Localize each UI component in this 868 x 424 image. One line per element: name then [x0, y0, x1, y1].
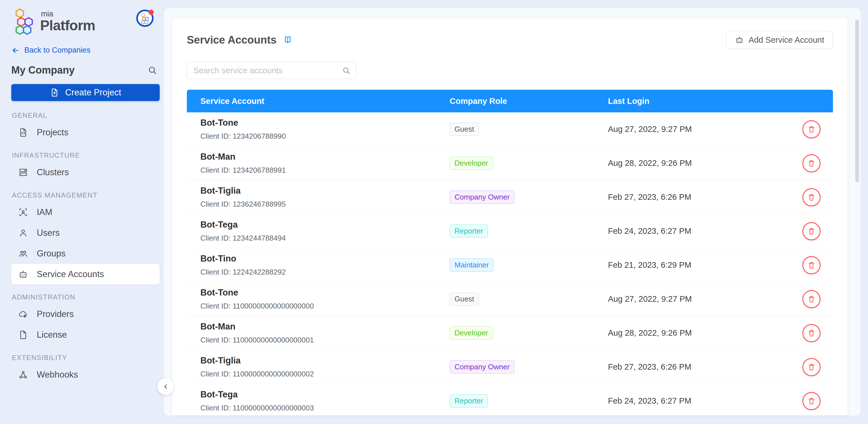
service-account-name: Bot-Man	[200, 152, 450, 162]
trash-icon	[807, 125, 816, 134]
create-project-button[interactable]: Create Project	[11, 84, 160, 101]
webhook-icon	[18, 370, 28, 380]
role-badge: Developer	[450, 157, 493, 170]
service-account-name: Bot-Tone	[200, 118, 450, 128]
service-account-client-id: Client ID: 1234206788991	[200, 166, 450, 175]
sidebar-item-label: Webhooks	[37, 370, 78, 380]
arrow-left-icon	[11, 46, 20, 55]
sidebar-item-label: Projects	[37, 128, 68, 138]
last-login-cell: Feb 24, 2023, 6:27 PM	[608, 226, 766, 236]
service-account-cell: Bot-Tega Client ID: 1234244788494	[187, 220, 450, 243]
company-role-cell: Developer	[450, 327, 608, 340]
trash-icon	[807, 193, 816, 202]
sidebar-item-license[interactable]: License	[11, 324, 160, 345]
service-account-name: Bot-Tiglia	[200, 186, 450, 196]
avatar-logo-icon	[136, 8, 155, 27]
sidebar-section-label: ACCESS MANAGEMENT	[11, 191, 160, 200]
sidebar-item-webhooks[interactable]: Webhooks	[11, 364, 160, 385]
sidebar-item-users[interactable]: Users	[11, 223, 160, 243]
user-icon	[18, 228, 28, 238]
role-badge: Reporter	[450, 224, 488, 238]
sidebar-item-iam[interactable]: IAM	[11, 202, 160, 223]
sidebar-item-groups[interactable]: Groups	[11, 243, 160, 264]
mia-platform-logo-icon	[11, 7, 36, 36]
sidebar-section: EXTENSIBILITY Webhooks	[11, 354, 160, 385]
last-login-cell: Feb 21, 2023, 6:29 PM	[608, 260, 766, 270]
actions-cell	[766, 120, 833, 138]
service-account-cell: Bot-Tega Client ID: 11000000000000000003	[187, 390, 450, 413]
brand-wordmark: mia Platform	[40, 10, 95, 32]
delete-service-account-button[interactable]	[802, 290, 820, 308]
back-to-companies-link[interactable]: Back to Companies	[11, 46, 160, 55]
delete-service-account-button[interactable]	[802, 120, 820, 138]
add-service-account-button[interactable]: Add Service Account	[726, 31, 833, 49]
last-login-cell: Feb 27, 2023, 6:26 PM	[608, 193, 766, 202]
service-account-cell: Bot-Tiglia Client ID: 110000000000000000…	[187, 356, 450, 378]
trash-icon	[807, 329, 816, 338]
main-panel: Service Accounts Add Service Account Ser…	[164, 8, 861, 416]
delete-service-account-button[interactable]	[802, 324, 820, 342]
file-code-icon	[18, 128, 28, 138]
table-row: Bot-Tiglia Client ID: 110000000000000000…	[187, 350, 833, 384]
logo-row: mia Platform	[11, 7, 160, 38]
company-role-cell: Guest	[450, 122, 608, 136]
sidebar-item-label: Service Accounts	[37, 269, 104, 279]
delete-service-account-button[interactable]	[802, 392, 820, 410]
actions-cell	[766, 154, 833, 172]
table-body: Bot-Tone Client ID: 1234206788990 Guest …	[187, 112, 833, 416]
sidebar-item-label: License	[37, 330, 67, 340]
delete-service-account-button[interactable]	[802, 358, 820, 376]
role-badge: Company Owner	[450, 191, 515, 204]
users-icon	[18, 249, 28, 259]
trash-icon	[807, 227, 816, 236]
last-login-cell: Aug 27, 2022, 9:27 PM	[608, 124, 766, 134]
robot-icon	[735, 35, 744, 45]
sidebar-item-label: Groups	[37, 249, 66, 259]
open-book-icon[interactable]	[283, 35, 292, 45]
sidebar-section: GENERAL Projects	[11, 111, 160, 143]
search-icon[interactable]	[147, 65, 157, 75]
robot-icon	[18, 269, 28, 279]
service-account-client-id: Client ID: 1234206788990	[200, 132, 450, 141]
delete-service-account-button[interactable]	[802, 256, 820, 274]
company-role-cell: Developer	[450, 157, 608, 170]
sidebar-item-providers[interactable]: Providers	[11, 304, 160, 324]
vertical-scrollbar-thumb[interactable]	[855, 20, 859, 182]
sidebar-section-label: INFRASTRUCTURE	[11, 151, 160, 160]
trash-icon	[807, 295, 816, 304]
role-badge: Guest	[450, 122, 479, 136]
column-header-company-role: Company Role	[450, 96, 608, 106]
avatar[interactable]	[136, 8, 155, 27]
last-login-cell: Aug 28, 2022, 9:26 PM	[608, 159, 766, 168]
service-account-client-id: Client ID: 1234244788494	[200, 234, 450, 243]
notification-dot	[148, 10, 153, 15]
search-service-accounts-input[interactable]	[187, 62, 356, 79]
delete-service-account-button[interactable]	[802, 188, 820, 206]
column-header-service-account: Service Account	[187, 96, 450, 106]
server-icon	[18, 167, 28, 177]
actions-cell	[766, 188, 833, 206]
sidebar-section-label: EXTENSIBILITY	[11, 354, 160, 362]
trash-icon	[807, 397, 816, 405]
service-account-name: Bot-Tiglia	[200, 356, 450, 366]
sidebar-item-label: Providers	[37, 309, 74, 319]
column-header-last-login: Last Login	[608, 96, 766, 106]
search-icon[interactable]	[342, 66, 351, 75]
delete-service-account-button[interactable]	[802, 222, 820, 240]
role-badge: Maintainer	[450, 258, 494, 272]
service-account-client-id: Client ID: 1224242288292	[200, 268, 450, 277]
last-login-cell: Aug 28, 2022, 9:26 PM	[608, 328, 766, 338]
sidebar-item-service-accounts[interactable]: Service Accounts	[11, 264, 160, 284]
sidebar-section: ADMINISTRATION Providers License	[11, 293, 160, 345]
actions-cell	[766, 358, 833, 376]
sidebar-collapse-button[interactable]	[157, 378, 174, 395]
sidebar-item-label: Clusters	[37, 167, 69, 177]
company-role-cell: Reporter	[450, 224, 608, 238]
service-account-name: Bot-Tega	[200, 390, 450, 400]
sidebar-item-clusters[interactable]: Clusters	[11, 162, 160, 182]
delete-service-account-button[interactable]	[802, 154, 820, 172]
company-role-cell: Company Owner	[450, 191, 608, 204]
last-login-cell: Feb 24, 2023, 6:27 PM	[608, 396, 766, 405]
trash-icon	[807, 363, 816, 372]
sidebar-item-projects[interactable]: Projects	[11, 122, 160, 143]
